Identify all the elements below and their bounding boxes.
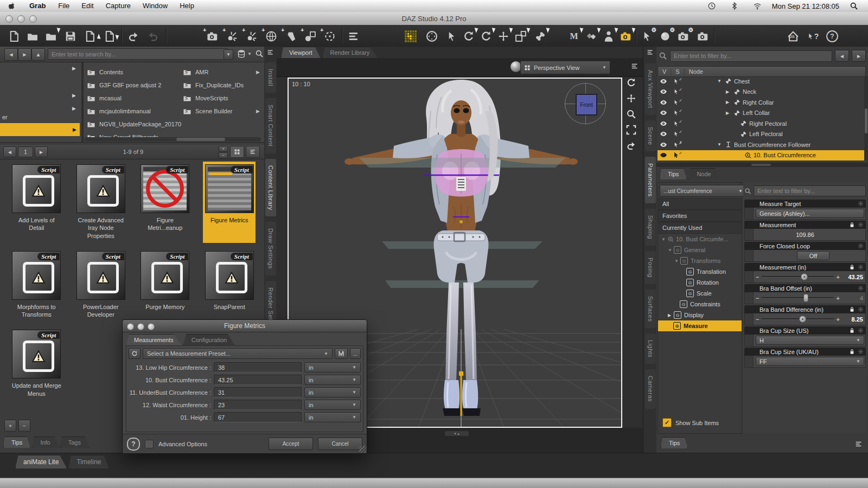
save-preset-icon[interactable]: [335, 348, 348, 359]
app-menu[interactable]: Grab: [23, 0, 52, 12]
slider-handle[interactable]: [801, 273, 808, 280]
unit-dropdown[interactable]: in▼: [304, 375, 361, 385]
folder-item[interactable]: S MoveScripts: [183, 92, 262, 105]
open-recent-icon[interactable]: [44, 30, 58, 43]
unit-dropdown[interactable]: in▼: [304, 387, 361, 397]
group-display[interactable]: ▶GDisplay: [658, 310, 742, 320]
scale-tool-icon[interactable]: [514, 30, 527, 43]
increment-button[interactable]: +: [837, 295, 840, 301]
gear-icon[interactable]: [858, 201, 864, 207]
unit-dropdown[interactable]: in▼: [304, 362, 361, 373]
tree-expand-arrow[interactable]: ▶: [72, 106, 76, 111]
eye-icon[interactable]: [658, 130, 669, 138]
selectable-icon[interactable]: ✓: [669, 120, 682, 127]
pane-menu-icon[interactable]: [855, 440, 863, 448]
eye-icon[interactable]: [658, 120, 669, 127]
animation-tab[interactable]: Timeline: [68, 455, 109, 468]
bluetooth-icon[interactable]: [728, 2, 741, 10]
folder-item[interactable]: S Scene Builder ▶: [183, 105, 262, 118]
folder-item[interactable]: S Contents: [87, 66, 180, 79]
joint-editor-tool-icon[interactable]: [534, 30, 547, 43]
col-node[interactable]: Node: [685, 68, 707, 75]
spotlight-icon[interactable]: [847, 2, 860, 10]
slider-track[interactable]: [762, 297, 833, 299]
group-favorites[interactable]: Favorites: [658, 210, 742, 222]
folder-item[interactable]: S NGV8_UpdatePackage_20170: [87, 118, 180, 131]
eye-icon[interactable]: [658, 99, 669, 106]
grid-view-button[interactable]: [230, 146, 244, 158]
folder-item[interactable]: S G3F G8F pose adjust 2: [87, 79, 180, 92]
accept-button[interactable]: Accept: [269, 438, 313, 450]
script-item[interactable]: Script Create Advanced Iray Node Propert…: [74, 162, 127, 243]
viewport-pan-icon[interactable]: [425, 30, 438, 43]
dock-tab[interactable]: Lights: [645, 333, 656, 364]
gear-icon[interactable]: [858, 285, 864, 291]
eye-icon[interactable]: [658, 109, 669, 117]
tips-tab[interactable]: Tips: [661, 437, 688, 448]
dock-tab[interactable]: Draw Settings: [265, 222, 276, 275]
unit-dropdown[interactable]: in▼: [304, 400, 361, 410]
add-button[interactable]: +: [4, 420, 16, 432]
viewport-pane-menu-icon[interactable]: [631, 62, 639, 70]
increment-button[interactable]: +: [837, 274, 840, 280]
apple-menu-icon[interactable]: [5, 2, 18, 10]
refresh-icon[interactable]: [129, 348, 141, 359]
gear-icon[interactable]: [858, 264, 864, 270]
gear-icon[interactable]: [858, 222, 864, 228]
group-all[interactable]: All: [658, 198, 742, 210]
close-window-button[interactable]: [5, 15, 13, 23]
force-closed-loop-toggle[interactable]: Off: [797, 251, 829, 260]
slider-handle[interactable]: [799, 316, 806, 323]
show-sub-items[interactable]: ✓ Show Sub Items: [662, 418, 719, 427]
script-item[interactable]: Script Figure Metri...eanup: [139, 162, 192, 243]
selectable-icon[interactable]: ✓: [669, 131, 682, 137]
lock-icon[interactable]: [849, 222, 855, 228]
content-tab[interactable]: Tips: [3, 436, 30, 448]
dialog-close-button[interactable]: [127, 323, 134, 330]
filter-back-button[interactable]: ◄: [835, 50, 849, 62]
folder-item[interactable]: S AMR ▶: [183, 66, 262, 79]
prev-page-button[interactable]: ◄: [3, 146, 16, 157]
create-null-icon[interactable]: +: [323, 30, 336, 43]
dialog-zoom-button[interactable]: [148, 323, 155, 330]
dock-tab[interactable]: Cameras: [645, 369, 656, 408]
content-tab[interactable]: Info: [32, 436, 58, 448]
ds-home-icon[interactable]: DS: [787, 30, 800, 43]
group-selector-dropdown[interactable]: ...ust Circumference ▼: [660, 185, 746, 197]
group-transforms[interactable]: ▼GTransforms: [658, 255, 742, 266]
measure-m-tool-icon[interactable]: M: [567, 30, 580, 43]
create-distant-light-icon[interactable]: +: [226, 30, 239, 43]
search-history-dropdown[interactable]: ▼: [224, 49, 233, 60]
menu-edit[interactable]: Edit: [75, 0, 99, 12]
time-machine-icon[interactable]: [705, 2, 718, 10]
selectable-icon[interactable]: ✓: [669, 152, 682, 158]
dock-tab[interactable]: Scene: [645, 120, 656, 152]
remove-button[interactable]: −: [18, 420, 30, 432]
group-node[interactable]: ▼10. Bust Circumfe...: [658, 234, 742, 245]
undo-icon[interactable]: [127, 30, 140, 43]
group-general[interactable]: ▼GGeneral: [658, 245, 742, 255]
selectable-icon[interactable]: ✓: [669, 88, 682, 95]
script-item[interactable]: Script SnapParent: [203, 248, 256, 322]
selectable-icon[interactable]: ✓: [669, 110, 682, 116]
filter-forward-button[interactable]: ►: [852, 50, 866, 62]
slider-handle[interactable]: [803, 294, 808, 302]
decrement-button[interactable]: −: [756, 295, 759, 301]
dock-tab[interactable]: Content Library: [265, 159, 276, 217]
animation-tab[interactable]: aniMate Lite: [15, 455, 67, 468]
scene-node-chest[interactable]: ✓ ▼ Chest: [658, 76, 865, 87]
browse-preset-button[interactable]: ...: [350, 348, 361, 359]
dialog-minimize-button[interactable]: [137, 323, 144, 330]
selectable-icon[interactable]: ✓: [669, 99, 682, 106]
eye-icon[interactable]: [658, 78, 669, 85]
cancel-button[interactable]: Cancel: [318, 438, 362, 450]
pane-tab[interactable]: Tips: [660, 168, 687, 179]
dialog-tab[interactable]: Configuration: [183, 334, 235, 345]
viewport-tab[interactable]: Viewport: [281, 47, 321, 58]
scene-scrollbar[interactable]: [864, 76, 868, 160]
dock-tab[interactable]: Posing: [645, 251, 656, 284]
col-selectability[interactable]: S: [671, 68, 684, 75]
view-orientation-cube[interactable]: Front: [565, 83, 606, 124]
twist-tool-icon[interactable]: [480, 30, 493, 43]
group-measure[interactable]: GMeasure: [658, 320, 742, 331]
